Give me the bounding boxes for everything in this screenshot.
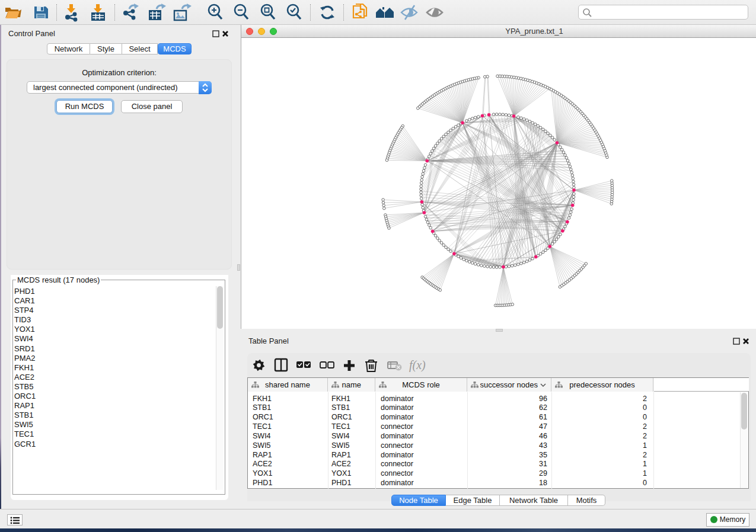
svg-text:f(x): f(x) <box>409 358 426 372</box>
